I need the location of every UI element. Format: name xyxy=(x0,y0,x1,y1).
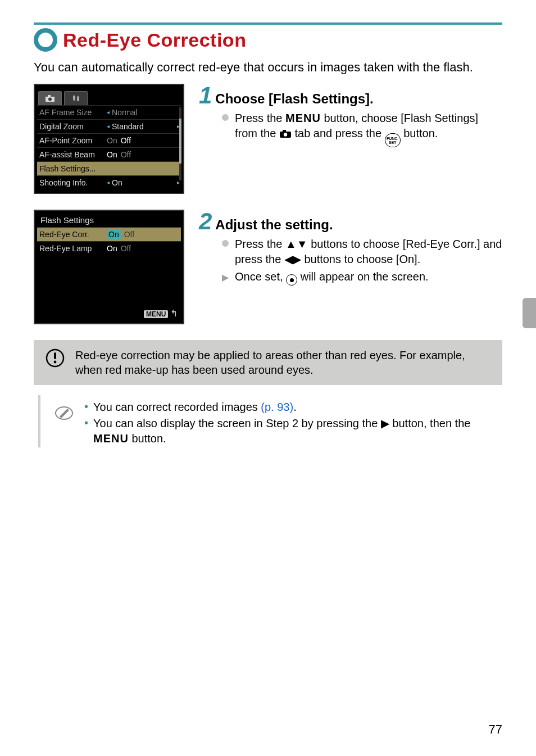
ring-icon xyxy=(34,28,57,52)
svg-point-3 xyxy=(48,97,52,101)
step1-text: Press the MENU button, choose [Flash Set… xyxy=(235,111,502,147)
svg-rect-5 xyxy=(283,130,286,132)
svg-point-6 xyxy=(284,133,287,136)
step1-number: 1 xyxy=(199,84,212,107)
lcd-screenshot-flash-settings: Flash Settings Red-Eye Corr. OnOff Red-E… xyxy=(34,210,184,324)
intro-text: You can automatically correct red-eye th… xyxy=(34,60,502,76)
svg-point-9 xyxy=(54,360,57,363)
step2-title: Adjust the setting. xyxy=(215,217,333,233)
pencil-note-icon xyxy=(54,403,74,423)
step2-text: Press the ▲▼ buttons to choose [Red-Eye … xyxy=(235,237,502,267)
menu-row: Digital Zoom ◂Standard ▸ xyxy=(37,119,181,133)
note-item: You can correct recorded images (p. 93). xyxy=(84,400,502,415)
camera-icon xyxy=(279,129,292,138)
caution-icon xyxy=(45,348,65,368)
menu-row: AF-assist Beam OnOff xyxy=(37,147,181,161)
step1-title: Choose [Flash Settings]. xyxy=(215,91,373,107)
bullet-icon xyxy=(221,237,229,267)
step2-number: 2 xyxy=(199,210,212,233)
side-tab-thumb xyxy=(523,298,536,328)
menu-row-selected: Flash Settings... xyxy=(37,161,181,175)
bullet-icon xyxy=(221,111,229,147)
menu-row-selected: Red-Eye Corr. OnOff xyxy=(37,227,181,241)
menu-row: AF-Point Zoom OnOff xyxy=(37,133,181,147)
step2-result: Once set, will appear on the screen. xyxy=(235,269,429,286)
caution-box: Red-eye correction may be applied to are… xyxy=(34,340,502,385)
menu-back-hint: MENU ↰ xyxy=(144,307,181,321)
svg-rect-2 xyxy=(48,95,51,97)
result-arrow-icon: ▶ xyxy=(221,269,229,286)
menu-row: AF Frame Size ◂Normal xyxy=(37,105,181,119)
section-header: Red-Eye Correction xyxy=(34,22,502,52)
menu-row: Shooting Info. ◂On ▸ xyxy=(37,175,181,189)
tools-tab-icon xyxy=(64,91,88,105)
menu-word: MENU xyxy=(93,432,129,445)
svg-point-0 xyxy=(36,30,55,49)
camera-tab-icon xyxy=(38,91,62,105)
note-box: You can correct recorded images (p. 93).… xyxy=(38,395,502,447)
lcd-scrollbar xyxy=(179,107,181,180)
lcd-subtitle: Flash Settings xyxy=(36,212,182,227)
svg-rect-8 xyxy=(54,352,56,359)
page-number: 77 xyxy=(489,722,502,737)
redeye-icon xyxy=(286,274,297,286)
page-ref-link[interactable]: (p. 93) xyxy=(261,401,293,413)
note-item: You can also display the screen in Step … xyxy=(84,416,502,446)
menu-row: Red-Eye Lamp OnOff xyxy=(37,241,181,255)
right-arrow-icon: ▶ xyxy=(381,417,389,429)
lcd-screenshot-menu: AF Frame Size ◂Normal Digital Zoom ◂Stan… xyxy=(34,84,184,194)
left-right-icon: ◀▶ xyxy=(284,253,301,265)
caution-text: Red-eye correction may be applied to are… xyxy=(75,348,491,377)
func-set-icon: FUNC.SET xyxy=(385,133,401,147)
page-title: Red-Eye Correction xyxy=(63,29,246,51)
menu-word: MENU xyxy=(285,112,321,124)
up-down-icon: ▲▼ xyxy=(285,238,308,250)
